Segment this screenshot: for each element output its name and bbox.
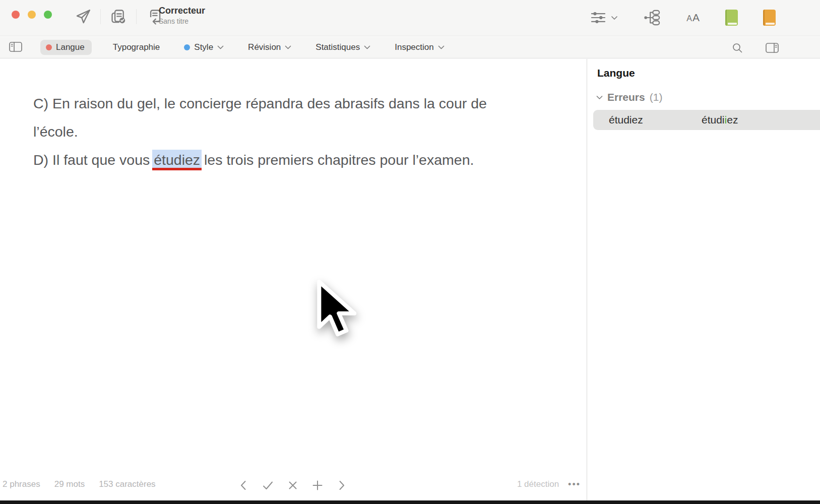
tab-label: Statistiques (316, 42, 360, 52)
zoom-window-button[interactable] (44, 11, 52, 19)
chevron-down-icon (364, 45, 370, 49)
chevron-down-icon (438, 45, 445, 49)
orange-book-icon (763, 10, 776, 26)
left-panel-toggle-button[interactable] (6, 39, 25, 56)
bottom-strip (0, 500, 820, 504)
red-dot-icon (46, 44, 52, 50)
chevron-left-icon (238, 479, 249, 491)
text-size-button[interactable]: AA (681, 9, 705, 27)
tab-typographie[interactable]: Typographie (110, 40, 163, 55)
right-panel-toggle-button[interactable] (760, 39, 785, 57)
toolbar-left (70, 5, 168, 29)
text-line: l’école. (33, 117, 567, 146)
mouse-cursor (314, 280, 369, 341)
tab-inspection[interactable]: Inspection (392, 40, 448, 55)
editor-area[interactable]: C) En raison du gel, le concierge répand… (0, 59, 587, 500)
plus-icon (311, 479, 324, 491)
tabbar-right (726, 37, 820, 58)
send-text-button[interactable] (70, 5, 97, 28)
check-icon (262, 479, 274, 491)
correcteur-window: Correcteur Sans titre (0, 0, 820, 504)
chevron-down-icon (217, 45, 224, 49)
titlebar: Correcteur Sans titre (0, 0, 820, 36)
langue-panel: Langue Erreurs (1) étudiez étudiiez (587, 59, 820, 500)
window-controls (12, 11, 52, 19)
accept-correction-button[interactable] (261, 478, 275, 492)
error-list-item[interactable]: étudiez étudiiez (593, 110, 820, 130)
chevron-down-icon (596, 95, 603, 100)
ignore-correction-button[interactable] (286, 478, 300, 492)
panel-title: Langue (597, 67, 635, 79)
tab-langue[interactable]: Langue (40, 40, 92, 55)
copy-corrected-text-button[interactable] (104, 5, 133, 29)
tab-label: Style (194, 42, 213, 52)
more-options-button[interactable]: ••• (568, 482, 581, 487)
tab-label: Révision (248, 42, 281, 52)
sliders-icon (590, 10, 607, 26)
error-original-word: étudiez (609, 114, 643, 126)
tab-label: Langue (56, 42, 85, 52)
chevron-down-icon (285, 45, 291, 49)
detection-status: 1 détection ••• (517, 479, 581, 489)
tab-style[interactable]: Style (181, 40, 227, 55)
tab-statistiques[interactable]: Statistiques (312, 40, 373, 55)
tab-label: Inspection (395, 42, 434, 52)
previous-detection-button[interactable] (237, 478, 250, 492)
tab-revision[interactable]: Révision (245, 40, 294, 55)
green-book-icon (725, 10, 738, 26)
search-button[interactable] (726, 39, 748, 57)
sidebar-right-icon (765, 42, 780, 54)
text-line: C) En raison du gel, le concierge répand… (33, 89, 567, 117)
x-icon (287, 479, 299, 491)
errors-count: (1) (650, 91, 663, 103)
character-count: 153 caractères (99, 479, 155, 489)
chevron-down-icon (611, 16, 618, 20)
search-icon (731, 42, 743, 54)
close-window-button[interactable] (12, 11, 20, 19)
tree-diagram-icon (643, 9, 661, 26)
text-size-icon: AA (686, 12, 700, 24)
settings-filters-button[interactable] (585, 7, 623, 29)
tab-list: Langue Typographie Style Révision Statis… (40, 40, 448, 55)
toolbar-separator (136, 9, 137, 24)
text-line: D) Il faut que vous étudiez les trois pr… (33, 146, 567, 174)
tab-label: Typographie (113, 42, 160, 52)
errors-section-header[interactable]: Erreurs (1) (596, 91, 662, 103)
next-detection-button[interactable] (335, 478, 348, 492)
word-count: 29 mots (54, 479, 85, 489)
phrase-count: 2 phrases (3, 479, 40, 489)
paper-plane-icon (75, 8, 92, 25)
dictionaries-button[interactable] (720, 7, 743, 29)
toolbar-separator (100, 9, 101, 24)
document-text[interactable]: C) En raison du gel, le concierge répand… (33, 89, 567, 174)
window-title-group: Correcteur Sans titre (159, 5, 205, 26)
app-title: Correcteur (159, 5, 205, 17)
toolbar-right: AA (585, 6, 781, 29)
errors-section-label: Erreurs (607, 91, 645, 103)
correction-actions (237, 478, 348, 492)
document-counters: 2 phrases 29 mots 153 caractères (3, 479, 156, 489)
minimize-window-button[interactable] (28, 11, 36, 19)
tabbar: Langue Typographie Style Révision Statis… (0, 37, 820, 58)
chevron-right-icon (336, 479, 347, 491)
document-check-icon (109, 8, 128, 26)
detection-count: 1 détection (517, 479, 559, 489)
blue-dot-icon (184, 44, 190, 50)
add-to-dictionary-button[interactable] (310, 478, 325, 492)
guides-button[interactable] (758, 7, 781, 29)
sidebar-left-icon (8, 41, 23, 53)
flagged-word[interactable]: étudiez (152, 150, 202, 170)
prism-tree-button[interactable] (638, 6, 666, 29)
document-subtitle: Sans titre (159, 17, 205, 26)
error-corrected-word: étudiiez (702, 114, 738, 126)
